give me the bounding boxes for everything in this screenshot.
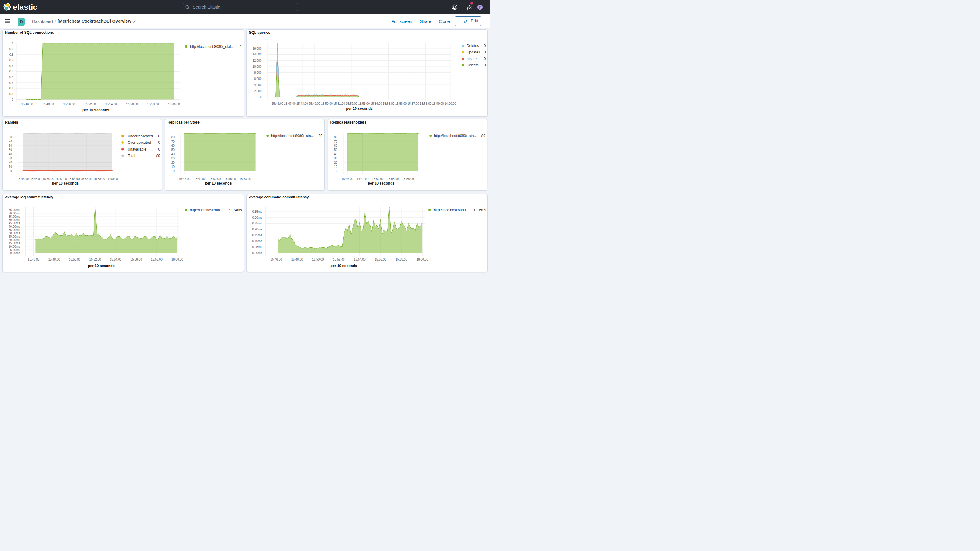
svg-text:40.00ms: 40.00ms bbox=[8, 225, 20, 228]
svg-text:15:55:00: 15:55:00 bbox=[387, 177, 399, 180]
svg-text:16:00:00: 16:00:00 bbox=[168, 103, 180, 106]
svg-text:0: 0 bbox=[336, 169, 337, 172]
svg-text:40: 40 bbox=[334, 153, 337, 156]
svg-text:89: 89 bbox=[318, 134, 323, 138]
svg-text:15:56:00: 15:56:00 bbox=[375, 258, 387, 261]
svg-text:0: 0 bbox=[484, 57, 485, 61]
svg-text:15:46:00: 15:46:00 bbox=[270, 258, 282, 261]
svg-text:15:56:00: 15:56:00 bbox=[395, 102, 407, 105]
svg-text:50: 50 bbox=[334, 148, 337, 151]
svg-text:30: 30 bbox=[171, 157, 175, 160]
svg-text:16:00:00: 16:00:00 bbox=[106, 177, 118, 180]
svg-text:per 10 seconds: per 10 seconds bbox=[52, 181, 79, 185]
svg-text:Updates: Updates bbox=[466, 50, 480, 54]
svg-text:15:57:00: 15:57:00 bbox=[407, 102, 419, 105]
svg-text:1: 1 bbox=[240, 45, 242, 49]
svg-text:http://localhost:8080/_stat…: http://localhost:8080/_stat… bbox=[190, 45, 234, 49]
svg-text:15:58:00: 15:58:00 bbox=[239, 177, 251, 180]
svg-text:15:52:00: 15:52:00 bbox=[84, 103, 96, 106]
svg-text:40: 40 bbox=[9, 153, 12, 156]
svg-text:89: 89 bbox=[156, 154, 160, 158]
svg-text:0.30ms: 0.30ms bbox=[252, 216, 262, 219]
svg-text:http://localhost:8080/_sta…: http://localhost:8080/_sta… bbox=[434, 134, 477, 138]
svg-text:20: 20 bbox=[9, 161, 12, 164]
svg-text:0: 0 bbox=[158, 134, 160, 138]
svg-text:89: 89 bbox=[481, 134, 485, 138]
svg-text:0: 0 bbox=[158, 140, 160, 145]
svg-text:15:56:00: 15:56:00 bbox=[81, 177, 92, 180]
svg-text:10: 10 bbox=[334, 165, 337, 169]
svg-text:Underreplicated: Underreplicated bbox=[127, 134, 153, 138]
svg-text:0: 0 bbox=[158, 147, 160, 151]
svg-text:per 10 seconds: per 10 seconds bbox=[88, 264, 115, 268]
svg-text:0.6: 0.6 bbox=[10, 64, 13, 67]
svg-text:15:52:00: 15:52:00 bbox=[209, 177, 221, 180]
svg-text:0.00ms: 0.00ms bbox=[252, 252, 262, 255]
svg-text:55.00ms: 55.00ms bbox=[8, 215, 20, 218]
svg-text:70: 70 bbox=[334, 140, 337, 143]
svg-text:per 10 seconds: per 10 seconds bbox=[346, 107, 372, 111]
svg-text:22.74ms: 22.74ms bbox=[228, 208, 242, 212]
svg-text:0.20ms: 0.20ms bbox=[252, 228, 262, 231]
svg-text:15:47:00: 15:47:00 bbox=[284, 102, 296, 105]
svg-text:15:58:00: 15:58:00 bbox=[147, 103, 159, 106]
svg-text:80: 80 bbox=[171, 135, 175, 139]
svg-text:8,000: 8,000 bbox=[254, 71, 262, 74]
svg-text:25.00ms: 25.00ms bbox=[8, 235, 20, 238]
svg-text:Deletes: Deletes bbox=[466, 44, 479, 48]
svg-text:15:58:00: 15:58:00 bbox=[151, 258, 162, 261]
svg-text:6,000: 6,000 bbox=[254, 77, 262, 80]
svg-text:50: 50 bbox=[9, 148, 12, 151]
svg-text:60: 60 bbox=[334, 144, 337, 147]
svg-text:0.10ms: 0.10ms bbox=[252, 239, 262, 243]
svg-text:15:54:00: 15:54:00 bbox=[370, 102, 382, 105]
svg-text:0.26ms: 0.26ms bbox=[474, 208, 486, 212]
svg-text:0: 0 bbox=[484, 63, 485, 67]
svg-text:15:58:00: 15:58:00 bbox=[94, 177, 105, 180]
svg-text:40: 40 bbox=[171, 153, 175, 156]
svg-text:12,000: 12,000 bbox=[252, 59, 261, 62]
svg-text:15:58:00: 15:58:00 bbox=[402, 177, 414, 180]
svg-text:15:54:00: 15:54:00 bbox=[105, 103, 117, 106]
svg-text:70: 70 bbox=[9, 140, 12, 143]
svg-text:10,000: 10,000 bbox=[252, 65, 261, 68]
svg-text:Unavailable: Unavailable bbox=[127, 147, 146, 151]
svg-text:35.00ms: 35.00ms bbox=[8, 228, 20, 231]
svg-text:0: 0 bbox=[260, 96, 261, 99]
svg-text:0.5: 0.5 bbox=[10, 70, 13, 73]
svg-text:30: 30 bbox=[334, 157, 337, 160]
svg-text:15:46:00: 15:46:00 bbox=[17, 177, 29, 180]
svg-text:http://localhost:8080…: http://localhost:8080… bbox=[434, 208, 469, 212]
svg-text:Selects: Selects bbox=[466, 63, 478, 67]
svg-text:0.1: 0.1 bbox=[10, 92, 13, 96]
svg-text:15:52:00: 15:52:00 bbox=[333, 258, 344, 261]
svg-text:Inserts: Inserts bbox=[466, 57, 477, 61]
svg-text:15:48:00: 15:48:00 bbox=[296, 102, 308, 105]
svg-text:50.00ms: 50.00ms bbox=[8, 218, 20, 221]
svg-text:15:46:00: 15:46:00 bbox=[271, 102, 283, 105]
svg-text:15:52:00: 15:52:00 bbox=[55, 177, 67, 180]
svg-text:0: 0 bbox=[484, 44, 485, 48]
svg-text:30: 30 bbox=[9, 157, 12, 160]
svg-text:10.00ms: 10.00ms bbox=[8, 245, 20, 248]
svg-text:10: 10 bbox=[9, 165, 12, 169]
svg-text:Overreplicated: Overreplicated bbox=[127, 140, 151, 145]
svg-text:5.00ms: 5.00ms bbox=[10, 248, 20, 252]
svg-text:15:59:00: 15:59:00 bbox=[432, 102, 444, 105]
svg-text:4,000: 4,000 bbox=[254, 83, 262, 86]
svg-text:15:50:00: 15:50:00 bbox=[69, 258, 81, 261]
svg-text:0: 0 bbox=[12, 98, 13, 101]
svg-text:16,000: 16,000 bbox=[252, 47, 261, 50]
svg-text:15:54:00: 15:54:00 bbox=[68, 177, 80, 180]
svg-text:15:52:00: 15:52:00 bbox=[89, 258, 101, 261]
svg-text:15:49:00: 15:49:00 bbox=[356, 177, 368, 180]
svg-text:15:48:00: 15:48:00 bbox=[42, 103, 54, 106]
svg-text:20.00ms: 20.00ms bbox=[8, 238, 20, 242]
svg-text:15:50:00: 15:50:00 bbox=[64, 103, 75, 106]
svg-text:65.00ms: 65.00ms bbox=[8, 208, 20, 212]
svg-text:0.3: 0.3 bbox=[10, 81, 13, 84]
svg-text:16:00:00: 16:00:00 bbox=[444, 102, 456, 105]
svg-text:20: 20 bbox=[334, 161, 337, 164]
svg-text:15:58:00: 15:58:00 bbox=[420, 102, 431, 105]
svg-text:15:54:00: 15:54:00 bbox=[110, 258, 121, 261]
